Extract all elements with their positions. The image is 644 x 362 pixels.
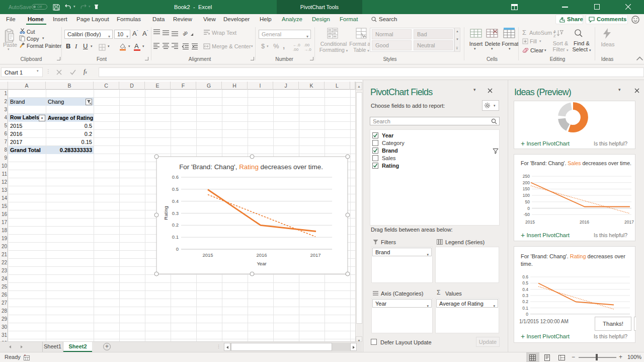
svg-text:100: 100 (523, 193, 530, 198)
svg-text:2016: 2016 (256, 252, 267, 258)
svg-text:0: 0 (176, 246, 179, 252)
svg-text:250: 250 (523, 174, 530, 179)
svg-text:0: 0 (527, 206, 530, 211)
svg-text:-50: -50 (524, 212, 530, 217)
svg-text:0.6: 0.6 (172, 174, 179, 180)
svg-text:Year: Year (257, 261, 266, 266)
svg-text:150: 150 (523, 186, 530, 191)
svg-text:A: A (553, 29, 556, 34)
svg-text:0.5: 0.5 (522, 280, 528, 285)
svg-text:0.2: 0.2 (522, 299, 528, 304)
svg-text:0.1: 0.1 (172, 234, 179, 240)
svg-text:0.3: 0.3 (522, 293, 528, 298)
svg-text:Rating: Rating (163, 206, 169, 220)
svg-text:200: 200 (523, 180, 530, 185)
svg-text:0.5: 0.5 (172, 186, 179, 192)
svg-text:ab: ab (182, 30, 189, 37)
svg-text:0.1: 0.1 (522, 306, 528, 311)
svg-text:0.4: 0.4 (172, 198, 179, 204)
svg-text:0.6: 0.6 (522, 274, 528, 279)
svg-text:50: 50 (525, 199, 530, 204)
svg-text:0.3: 0.3 (172, 210, 179, 216)
svg-text:0.2: 0.2 (172, 222, 179, 228)
svg-text:2015: 2015 (202, 252, 213, 258)
svg-text:0: 0 (526, 312, 528, 317)
svg-text:0.4: 0.4 (522, 287, 528, 292)
svg-text:For 'Brand: Chang', Rating dec: For 'Brand: Chang', Rating decreases ove… (179, 163, 323, 171)
svg-text:2017: 2017 (310, 252, 320, 258)
svg-text:Z: Z (553, 34, 556, 38)
